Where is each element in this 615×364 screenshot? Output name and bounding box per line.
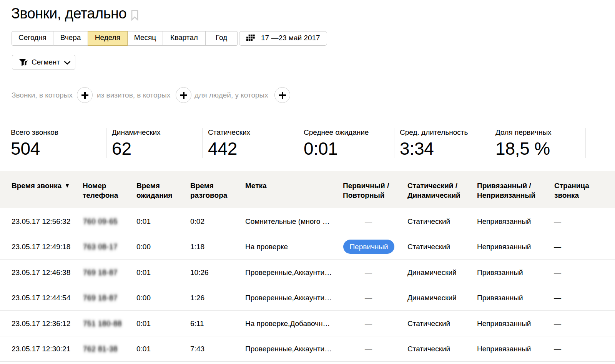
svg-text:762 81-38: 762 81-38 [83, 345, 118, 353]
svg-text:763 08-17: 763 08-17 [83, 243, 118, 251]
svg-text:751 180-88: 751 180-88 [83, 319, 122, 328]
svg-text:769 18-87: 769 18-87 [83, 268, 118, 276]
svg-text:760 09-65: 760 09-65 [83, 217, 118, 225]
svg-text:769 18-87: 769 18-87 [83, 294, 118, 302]
